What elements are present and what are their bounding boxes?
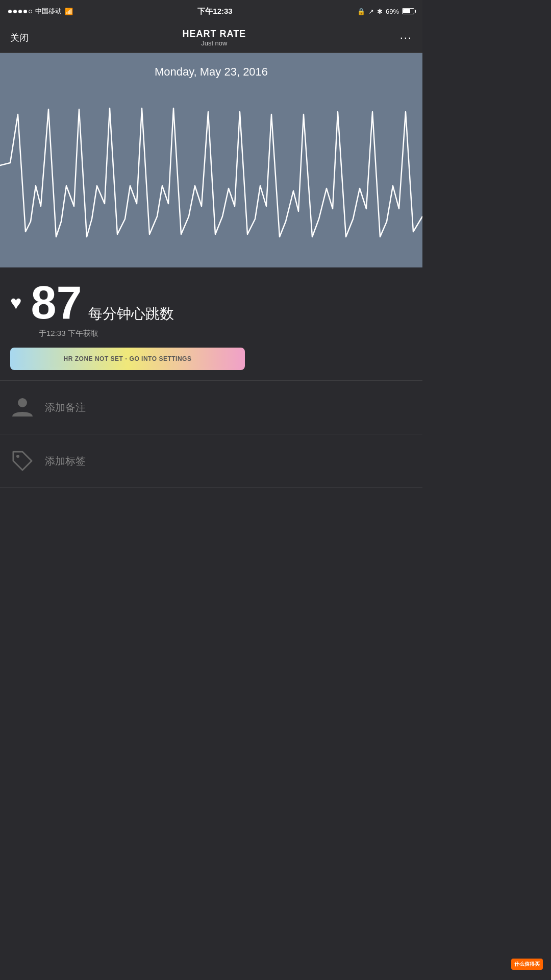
carrier-label: 中国移动 — [35, 7, 62, 16]
add-tag-label: 添加标签 — [45, 454, 86, 468]
person-icon — [10, 395, 35, 420]
status-bar: 中国移动 📶 下午12:33 🔒 ↗ ✱ 69% — [0, 0, 422, 22]
hr-timestamp: 于12:33 下午获取 — [39, 329, 412, 338]
svg-point-0 — [18, 398, 27, 407]
heart-rate-chart — [0, 84, 422, 257]
more-button[interactable]: ··· — [400, 31, 412, 44]
status-time: 下午12:33 — [197, 7, 232, 16]
hr-zone-bar[interactable]: HR ZONE NOT SET - GO INTO SETTINGS — [10, 348, 245, 370]
nav-title-container: HEART RATE Just now — [182, 29, 246, 47]
hr-zone-text: HR ZONE NOT SET - GO INTO SETTINGS — [64, 355, 192, 362]
hr-value: 87 — [31, 280, 82, 326]
add-note-item[interactable]: 添加备注 — [0, 381, 422, 434]
battery-indicator — [402, 8, 414, 14]
heart-icon: ♥ — [10, 292, 22, 314]
battery-fill — [403, 9, 410, 13]
page-subtitle: Just now — [182, 39, 246, 47]
wifi-icon: 📶 — [65, 8, 73, 15]
person-svg — [11, 396, 34, 419]
hr-value-group: 87 每分钟心跳数 — [31, 280, 174, 326]
battery-percent: 69% — [386, 8, 399, 15]
tag-svg — [11, 450, 34, 472]
dot-4 — [23, 10, 27, 13]
dot-3 — [18, 10, 22, 13]
chart-date: Monday, May 23, 2016 — [0, 53, 422, 84]
location-icon: ↗ — [368, 8, 374, 15]
add-note-label: 添加备注 — [45, 401, 86, 414]
close-button[interactable]: 关闭 — [10, 32, 29, 44]
hr-info-section: ♥ 87 每分钟心跳数 于12:33 下午获取 HR ZONE NOT SET … — [0, 267, 422, 380]
tag-icon — [10, 449, 35, 473]
svg-point-1 — [16, 455, 19, 458]
lock-icon: 🔒 — [357, 8, 365, 15]
bluetooth-icon: ✱ — [377, 8, 383, 15]
divider-3 — [0, 487, 422, 488]
hr-unit: 每分钟心跳数 — [88, 304, 174, 324]
signal-dots — [8, 10, 32, 13]
add-tag-item[interactable]: 添加标签 — [0, 434, 422, 487]
nav-bar: 关闭 HEART RATE Just now ··· — [0, 22, 422, 53]
battery-bar — [402, 8, 414, 14]
dot-2 — [13, 10, 17, 13]
status-right: 🔒 ↗ ✱ 69% — [357, 8, 414, 15]
status-left: 中国移动 📶 — [8, 7, 73, 16]
page-title: HEART RATE — [182, 29, 246, 39]
dot-1 — [8, 10, 12, 13]
dot-5 — [29, 10, 32, 13]
chart-area: Monday, May 23, 2016 — [0, 53, 422, 267]
hr-main: ♥ 87 每分钟心跳数 — [10, 280, 412, 326]
